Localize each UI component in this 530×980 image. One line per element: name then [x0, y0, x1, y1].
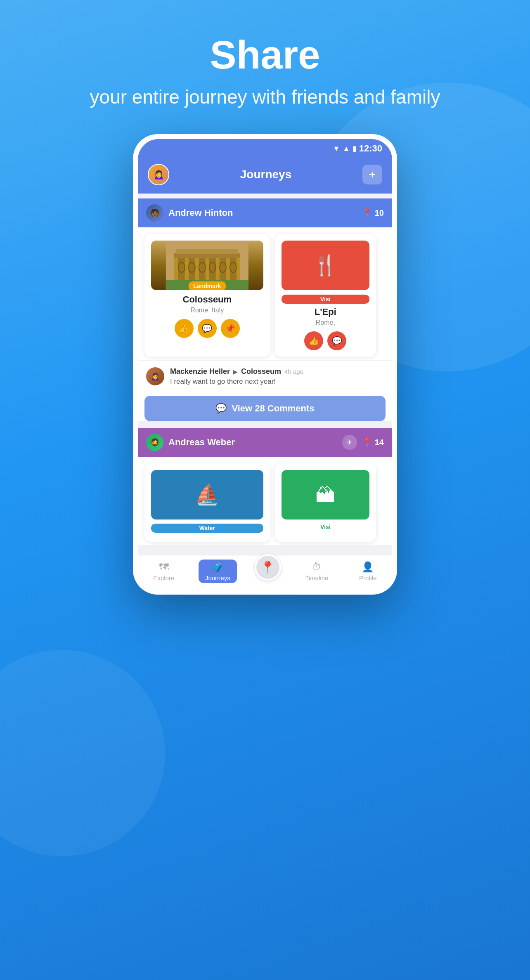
restaurant-tag: Visi: [282, 295, 369, 304]
feed-content: 🧑🏾 Andrew Hinton 📍 10: [138, 194, 392, 555]
signal-icon: ▲: [343, 144, 350, 153]
colosseum-image: Landmark: [151, 241, 263, 290]
green-place-icon: 🏔: [315, 484, 335, 506]
comment-section: 🙍‍♀️ Mackenzie Heller ▶ Colosseum 4h ago…: [138, 360, 392, 392]
phone-screen: ▼ ▲ ▮ 12:30 🙍‍♀️ Journeys +: [138, 139, 392, 590]
comment-content: Mackenzie Heller ▶ Colosseum 4h ago I re…: [170, 367, 303, 386]
nav-center-button[interactable]: 📍: [255, 554, 281, 581]
nav-item-journeys[interactable]: 🧳 Journeys: [199, 560, 237, 583]
colosseum-actions: 👍 💬 📌: [151, 319, 263, 338]
svg-rect-9: [176, 249, 238, 254]
andreas-place-cards: ⛵ Water 🏔 Visi: [138, 457, 392, 545]
main-subtitle: your entire journey with friends and fam…: [41, 85, 489, 110]
comment-text: I really want to go there next year!: [170, 378, 303, 386]
phone-mockup: ▼ ▲ ▮ 12:30 🙍‍♀️ Journeys +: [0, 134, 530, 628]
andrew-name: Andrew Hinton: [168, 208, 233, 218]
mackenzie-avatar: 🙍‍♀️: [146, 367, 164, 385]
journey-user-info: 🧑🏾 Andrew Hinton: [146, 204, 233, 222]
comment-place: Colosseum: [241, 367, 281, 376]
andreas-stops-count: 14: [375, 438, 384, 447]
restaurant-name: L'Epi: [282, 307, 369, 317]
nav-item-profile[interactable]: 👤 Profile: [353, 560, 383, 583]
andrew-stops: 📍 10: [362, 208, 384, 218]
restaurant-icon-container: 🍴: [282, 241, 369, 290]
status-icons: ▼ ▲ ▮ 12:30: [333, 143, 382, 154]
svg-point-11: [189, 262, 195, 272]
phone-outer: ▼ ▲ ▮ 12:30 🙍‍♀️ Journeys +: [133, 134, 397, 595]
andreas-avatar: 🧔: [146, 434, 163, 451]
journey-mode-icon: ✈: [342, 435, 357, 450]
explore-label: Explore: [153, 574, 174, 581]
svg-point-10: [178, 262, 185, 272]
green-tag: Visi: [282, 524, 369, 530]
journey-card-andrew: 🧑🏾 Andrew Hinton 📍 10: [138, 198, 392, 421]
explore-icon: 🗺: [159, 561, 169, 573]
boat-icon: ⛵: [195, 483, 220, 506]
like-button-restaurant[interactable]: 👍: [304, 331, 323, 350]
comment-meta: Mackenzie Heller ▶ Colosseum 4h ago: [170, 367, 303, 376]
status-time: 12:30: [359, 143, 382, 154]
bg-decoration-2: [0, 650, 165, 856]
view-comments-label: View 28 Comments: [232, 403, 314, 414]
place-card-water: ⛵ Water: [144, 463, 270, 542]
view-comments-button[interactable]: 💬 View 28 Comments: [144, 396, 386, 421]
comment-author: Mackenzie Heller: [170, 367, 230, 376]
nav-item-timeline[interactable]: ⏱ Timeline: [298, 560, 335, 583]
comment-item: 🙍‍♀️ Mackenzie Heller ▶ Colosseum 4h ago…: [146, 367, 384, 386]
header-section: Share your entire journey with friends a…: [0, 0, 530, 134]
place-card-colosseum: Landmark Colosseum Rome, Italy 👍 💬 📌: [144, 234, 270, 357]
andrew-avatar-img: 🧑🏾: [146, 204, 163, 222]
journeys-icon: 🧳: [211, 561, 224, 573]
comments-icon: 💬: [215, 403, 227, 414]
green-icon-container: 🏔: [282, 470, 369, 520]
mackenzie-avatar-img: 🙍‍♀️: [146, 367, 164, 385]
andreas-header-right: ✈ 📍 14: [342, 435, 384, 450]
app-title: Journeys: [240, 168, 292, 181]
pin-icon-andreas: 📍: [362, 437, 372, 447]
journey-header-andrew: 🧑🏾 Andrew Hinton 📍 10: [138, 198, 392, 227]
andreas-user-info: 🧔 Andreas Weber: [146, 434, 235, 451]
colosseum-tag: Landmark: [188, 281, 226, 290]
andrew-avatar: 🧑🏾: [146, 204, 163, 222]
colosseum-name: Colosseum: [151, 294, 263, 305]
colosseum-location: Rome, Italy: [151, 307, 263, 314]
andrew-stops-count: 10: [375, 208, 384, 218]
pin-button-colosseum[interactable]: 📌: [221, 319, 240, 338]
battery-icon: ▮: [353, 144, 357, 153]
main-title: Share: [41, 33, 489, 77]
pin-icon-andrew: 📍: [362, 208, 372, 218]
journeys-label: Journeys: [205, 574, 230, 581]
andreas-stops: 📍 14: [362, 437, 384, 447]
journey-header-andreas: 🧔 Andreas Weber ✈ 📍 14: [138, 428, 392, 457]
journey-card-andreas: 🧔 Andreas Weber ✈ 📍 14: [138, 428, 392, 545]
bottom-nav: 🗺 Explore 🧳 Journeys 📍 ⏱ Timeline 👤 Prof…: [138, 555, 392, 590]
andreas-name: Andreas Weber: [168, 437, 235, 448]
comment-button-colosseum[interactable]: 💬: [198, 319, 217, 338]
comment-time: 4h ago: [284, 368, 303, 375]
comment-arrow-icon: ▶: [233, 368, 238, 375]
timeline-label: Timeline: [305, 574, 328, 581]
water-tag: Water: [151, 524, 263, 533]
water-tag-container: Water: [151, 524, 263, 535]
place-cards-row: Landmark Colosseum Rome, Italy 👍 💬 📌: [138, 227, 392, 360]
add-journey-button[interactable]: +: [362, 165, 382, 184]
restaurant-location: Rome,: [282, 319, 369, 326]
andreas-avatar-img: 🧔: [146, 434, 163, 451]
nav-item-explore[interactable]: 🗺 Explore: [147, 560, 181, 583]
user-avatar[interactable]: 🙍‍♀️: [148, 164, 169, 185]
location-icon: 📍: [260, 560, 275, 574]
place-card-green: 🏔 Visi: [275, 463, 376, 542]
avatar-image: 🙍‍♀️: [149, 165, 168, 184]
timeline-icon: ⏱: [312, 561, 322, 573]
svg-point-13: [209, 262, 216, 272]
place-card-restaurant: 🍴 Visi L'Epi Rome, 👍 💬: [275, 234, 376, 357]
like-button-colosseum[interactable]: 👍: [175, 319, 194, 338]
profile-label: Profile: [359, 574, 377, 581]
app-header: 🙍‍♀️ Journeys +: [138, 158, 392, 194]
svg-point-15: [230, 262, 237, 272]
comment-button-restaurant[interactable]: 💬: [327, 331, 346, 350]
fork-knife-icon: 🍴: [313, 254, 338, 277]
svg-point-12: [199, 262, 206, 272]
svg-point-14: [220, 262, 226, 272]
wifi-icon: ▼: [333, 144, 340, 153]
